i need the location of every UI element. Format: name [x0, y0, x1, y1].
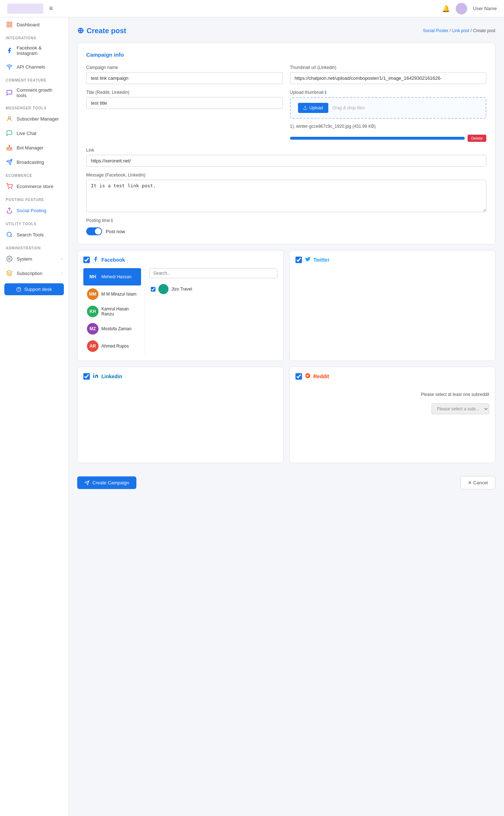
sidebar-item-comment-growth[interactable]: Comment growth tools: [0, 84, 68, 102]
sidebar-item-label: Ecommerce store: [17, 184, 53, 189]
form-row-title-upload: Title (Reddit, Linkedin) Upload thumbnai…: [86, 90, 486, 142]
post-now-label: Post now: [106, 229, 125, 234]
link-input[interactable]: [86, 155, 486, 167]
svg-point-4: [9, 69, 10, 69]
twitter-platform-card: Twitter: [289, 250, 496, 361]
fb-account-item[interactable]: KH Kamrul Hasan Ranzu: [83, 303, 141, 320]
sidebar-item-facebook-instagram[interactable]: Facebook & Instagram: [0, 42, 68, 60]
sidebar-item-label: Bot Manager: [17, 145, 43, 150]
sidebar-item-dashboard[interactable]: Dashboard: [0, 17, 68, 32]
svg-rect-0: [7, 22, 9, 24]
link-label: Link: [86, 148, 486, 153]
section-ecommerce: ECOMMERCE: [0, 169, 68, 179]
person-icon: [6, 115, 13, 122]
post-now-toggle[interactable]: [86, 227, 102, 235]
sidebar-item-subscriber-manager[interactable]: Subscriber Manager: [0, 112, 68, 126]
upload-area: Upload Drag & drop files: [290, 97, 487, 119]
sidebar-item-search-tools[interactable]: Search Tools: [0, 227, 68, 242]
svg-point-8: [10, 148, 11, 149]
section-utility-tools: UTILITY TOOLS: [0, 218, 68, 227]
layers-icon: [6, 270, 13, 277]
linkedin-icon: [93, 373, 98, 380]
breadcrumb-link-post[interactable]: Link post: [452, 28, 469, 33]
facebook-fb-icon: [93, 256, 98, 263]
breadcrumb-link-social-poster[interactable]: Social Poster: [423, 28, 448, 33]
linkedin-platform-header: Linkedin: [83, 373, 277, 380]
fb-account-name: Mostofa Zaman: [101, 326, 131, 331]
fb-page-avatar: [158, 284, 168, 294]
sidebar-item-label: Social Posting: [17, 208, 46, 213]
sidebar-item-live-chat[interactable]: Live Chat: [0, 126, 68, 140]
menu-icon[interactable]: ≡: [49, 5, 53, 12]
fb-account-item[interactable]: AR Ahmed Rupos: [83, 337, 141, 355]
comment-icon: [6, 89, 13, 96]
svg-point-12: [8, 188, 9, 189]
subreddit-message: Please select at least one subreddit: [421, 392, 489, 397]
linkedin-checkbox[interactable]: [83, 373, 90, 380]
fb-account-item[interactable]: MZ Mostofa Zaman: [83, 320, 141, 337]
twitter-platform-header: Twitter: [295, 256, 490, 263]
svg-point-7: [8, 148, 9, 149]
upload-button[interactable]: Upload: [298, 103, 328, 113]
campaign-info-title: Campaign info: [86, 52, 486, 58]
fb-pages-panel: Jizo Travel: [145, 268, 277, 355]
section-administration: ADMINISTRATION: [0, 242, 68, 252]
breadcrumb-current: Create post: [473, 28, 495, 33]
twitter-checkbox[interactable]: [295, 257, 302, 263]
sidebar-item-social-posting[interactable]: Social Posting: [0, 203, 68, 218]
fb-account-item[interactable]: MM M M Mirazul Islam: [83, 285, 141, 303]
message-textarea[interactable]: [86, 180, 486, 212]
cart-icon: [6, 183, 13, 190]
fb-account-name: Kamrul Hasan Ranzu: [101, 306, 137, 317]
facebook-name: Facebook: [101, 257, 125, 263]
facebook-platform-card: Facebook MH Mehedi Hassan MM M M Mirazul…: [77, 250, 284, 361]
twitter-icon: [305, 256, 311, 263]
svg-point-15: [7, 232, 11, 236]
sidebar-item-bot-manager[interactable]: Bot Manager: [0, 140, 68, 155]
fb-account-name: M M Mirazul Islam: [101, 292, 136, 297]
sidebar-item-ecommerce[interactable]: Ecommerce store: [0, 179, 68, 193]
sidebar-item-broadcasting[interactable]: Broadcasting: [0, 155, 68, 169]
cancel-button[interactable]: ✕ Cancel: [460, 476, 495, 489]
drag-drop-text: Drag & drop files: [333, 105, 365, 110]
sidebar-item-subscription[interactable]: Subscription ›: [0, 266, 68, 280]
fb-page-checkbox[interactable]: [151, 287, 155, 292]
chevron-right-icon: ›: [61, 271, 62, 275]
thumbnail-url-input[interactable]: [290, 72, 487, 84]
sidebar-item-label: System: [17, 256, 32, 262]
section-integrations: INTEGRATIONS: [0, 32, 68, 42]
search-icon: [6, 231, 13, 238]
post-now-toggle-row: Post now: [86, 227, 486, 235]
facebook-accounts-section: MH Mehedi Hassan MM M M Mirazul Islam KH…: [83, 268, 277, 355]
title-input[interactable]: [86, 97, 283, 109]
sidebar-item-label: Broadcasting: [17, 160, 44, 165]
subreddit-select[interactable]: Please select a subr...: [431, 403, 489, 414]
dashboard-label: Dashboard: [17, 22, 40, 27]
support-desk-button[interactable]: Support desk: [4, 283, 64, 295]
fb-account-avatar: KH: [87, 306, 98, 317]
chat-icon: [6, 130, 13, 137]
fb-account-item[interactable]: MH Mehedi Hassan: [83, 268, 141, 285]
delete-button[interactable]: Delete: [468, 135, 486, 142]
create-campaign-label: Create Campaign: [92, 480, 129, 485]
fb-account-avatar: MZ: [87, 323, 98, 335]
create-campaign-button[interactable]: Create Campaign: [77, 476, 136, 489]
facebook-checkbox[interactable]: [83, 257, 90, 263]
upload-file-info: 1). winter-gcce867c9c_1920.jpg (431.99 K…: [290, 124, 487, 129]
bell-icon[interactable]: 🔔: [442, 5, 450, 13]
gear-icon: [6, 255, 13, 262]
twitter-name: Twitter: [314, 257, 330, 263]
section-messenger-tools: MESSENGER TOOLS: [0, 102, 68, 112]
title-group: Title (Reddit, Linkedin): [86, 90, 283, 142]
campaign-info-card: Campaign info Campaign name Thumbnail ur…: [77, 43, 495, 244]
sidebar-item-system[interactable]: System ›: [0, 252, 68, 266]
fb-accounts-list: MH Mehedi Hassan MM M M Mirazul Islam KH…: [83, 268, 141, 355]
chevron-right-icon: ›: [61, 257, 62, 261]
campaign-name-input[interactable]: [86, 72, 283, 84]
svg-rect-2: [7, 25, 9, 27]
linkedin-name: Linkedin: [101, 374, 122, 379]
fb-page-search[interactable]: [149, 268, 277, 278]
sidebar-item-api-channels[interactable]: API Channels: [0, 60, 68, 74]
reddit-checkbox[interactable]: [295, 373, 302, 380]
reddit-icon: [305, 373, 311, 380]
